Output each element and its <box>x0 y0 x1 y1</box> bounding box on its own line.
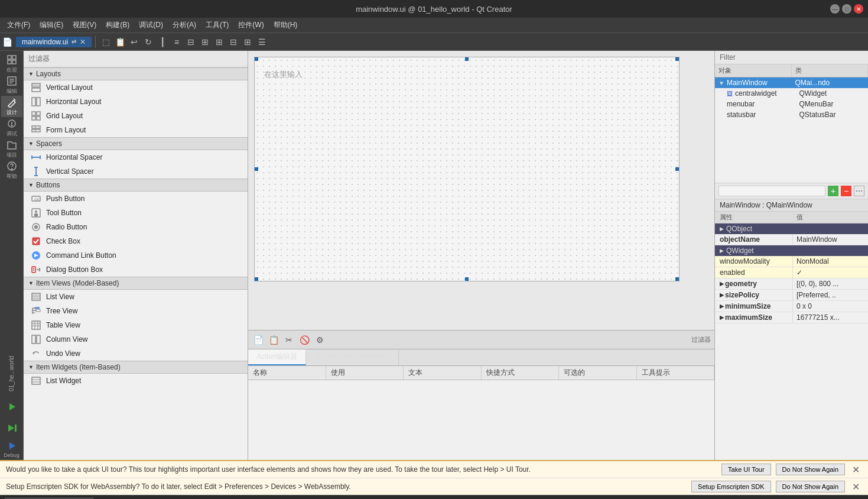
sidebar-welcome[interactable]: 欢迎 <box>1 53 22 74</box>
handle-tr[interactable] <box>675 57 679 61</box>
sidebar-help[interactable]: 帮助 <box>1 160 22 181</box>
handle-tm[interactable] <box>465 57 469 61</box>
widget-dialog-button-box[interactable]: Dialog Button Box <box>24 263 248 277</box>
widget-vertical-layout[interactable]: Vertical Layout <box>24 80 248 95</box>
widget-push-button[interactable]: OK Push Button <box>24 192 248 206</box>
canvas-inner[interactable]: 在这里输入 <box>254 57 680 281</box>
menu-view[interactable]: 视图(V) <box>68 19 101 31</box>
obj-row-statusbar[interactable]: statusbar QStatusBar <box>715 109 868 120</box>
notif-tour-close-btn[interactable]: ✕ <box>850 464 862 475</box>
obj-row-centralwidget[interactable]: 🖼 centralwidget QWidget <box>715 88 868 99</box>
action-delete-btn[interactable]: 🚫 <box>298 333 311 346</box>
tree-view-icon <box>31 306 41 316</box>
handle-mr[interactable] <box>675 167 679 171</box>
minimize-button[interactable]: — <box>830 4 840 14</box>
widget-list-widget[interactable]: List Widget <box>24 374 248 388</box>
menu-debug[interactable]: 调试(D) <box>134 19 168 31</box>
category-spacers[interactable]: Spacers <box>24 137 248 150</box>
tb-paste-btn[interactable]: 📋 <box>113 35 126 48</box>
obj-row-menubar[interactable]: menubar QMenuBar <box>715 99 868 109</box>
prop-row-sizepolicy[interactable]: ▶ sizePolicy [Preferred, .. <box>715 290 868 301</box>
category-item-widgets[interactable]: Item Widgets (Item-Based) <box>24 361 248 374</box>
action-settings-btn[interactable]: ⚙ <box>313 333 326 346</box>
notif-tour-dont-show-btn[interactable]: Do Not Show Again <box>776 464 845 475</box>
menu-analyze[interactable]: 分析(A) <box>168 19 201 31</box>
tb-sep1[interactable]: ┃ <box>156 35 169 48</box>
sidebar-edit[interactable]: 编辑 <box>1 74 22 96</box>
notif-sdk-close-btn[interactable]: ✕ <box>850 481 862 492</box>
handle-bm[interactable] <box>465 277 469 281</box>
tb-undo-btn[interactable]: ↩ <box>128 35 141 48</box>
prop-row-objectname[interactable]: objectName MainWindow <box>715 234 868 245</box>
project-label[interactable]: 01_he...world <box>7 354 16 394</box>
widget-vertical-spacer[interactable]: Vertical Spacer <box>24 164 248 179</box>
notif-sdk-setup-btn[interactable]: Setup Emscripten SDK <box>691 481 771 492</box>
status-bar: | 1 问题 2 搜索结果 3 应用程序输出 4 编译输出 5 QML Debu… <box>0 495 868 499</box>
handle-ml[interactable] <box>255 167 258 171</box>
widget-tool-button[interactable]: Tool Button <box>24 206 248 220</box>
widget-horizontal-layout[interactable]: Horizontal Layout <box>24 95 248 109</box>
tb-form[interactable]: ☰ <box>255 35 268 48</box>
tb-align-right[interactable]: ⊞ <box>199 35 212 48</box>
sidebar-project[interactable]: 项目 <box>1 138 22 160</box>
action-paste-btn[interactable]: ✂ <box>282 333 295 346</box>
sidebar-debug[interactable]: 调试 <box>1 117 22 138</box>
property-more-button[interactable]: ⋯ <box>854 186 864 196</box>
category-buttons[interactable]: Buttons <box>24 179 248 192</box>
handle-bl[interactable] <box>255 277 258 281</box>
design-canvas[interactable]: 在这里输入 <box>248 51 714 330</box>
widget-tree-view[interactable]: Tree View <box>24 304 248 318</box>
menu-help[interactable]: 帮助(H) <box>269 19 303 31</box>
category-item-views[interactable]: Item Views (Model-Based) <box>24 277 248 290</box>
sidebar-build-run[interactable] <box>1 417 22 439</box>
widget-grid-layout[interactable]: Grid Layout <box>24 109 248 123</box>
handle-tl[interactable] <box>255 57 258 61</box>
tb-layout[interactable]: ⊞ <box>213 35 226 48</box>
widget-table-view[interactable]: Table View <box>24 318 248 332</box>
file-tab[interactable]: mainwindow.ui ⇄ ✕ <box>16 37 92 47</box>
design-area-wrap: 在这里输入 📄 📋 ✂ 🚫 ⚙ 过滤器 <box>248 51 714 460</box>
widget-list-view[interactable]: List View <box>24 290 248 304</box>
close-button[interactable]: ✕ <box>854 4 863 14</box>
tb-align-left[interactable]: ≡ <box>170 35 183 48</box>
widget-form-layout[interactable]: Form Layout <box>24 123 248 137</box>
widget-check-box[interactable]: Check Box <box>24 234 248 248</box>
widget-undo-view[interactable]: Undo View <box>24 346 248 361</box>
property-add-button[interactable]: + <box>828 186 838 196</box>
menu-edit[interactable]: 编辑(E) <box>35 19 68 31</box>
sidebar-run[interactable] <box>1 396 22 417</box>
prop-row-minimumsize[interactable]: ▶ minimumSize 0 x 0 <box>715 301 868 312</box>
menu-tools[interactable]: 工具(T) <box>201 19 233 31</box>
tb-redo-btn[interactable]: ↻ <box>142 35 155 48</box>
widget-horizontal-spacer[interactable]: Horizontal Spacer <box>24 150 248 164</box>
prop-row-enabled[interactable]: enabled ✓ <box>715 267 868 278</box>
obj-row-mainwindow[interactable]: ▼ MainWindow QMai...ndo <box>715 77 868 88</box>
tb-grid[interactable]: ⊟ <box>227 35 240 48</box>
tb-align-center[interactable]: ⊟ <box>184 35 197 48</box>
sidebar-design[interactable]: 设计 <box>1 96 22 117</box>
tb-copy-btn[interactable]: ⬚ <box>99 35 112 48</box>
tb-table[interactable]: ⊞ <box>241 35 254 48</box>
prop-row-maximumsize[interactable]: ▶ maximumSize 16777215 x... <box>715 312 868 323</box>
sidebar-debug-run[interactable]: Debug <box>1 439 22 460</box>
widget-column-view[interactable]: Column View <box>24 332 248 346</box>
property-filter-input[interactable] <box>719 186 825 196</box>
prop-row-geometry[interactable]: ▶ geometry [(0, 0), 800 ... <box>715 278 868 290</box>
category-layouts[interactable]: Layouts <box>24 67 248 80</box>
tab-action-editor[interactable]: Action编辑器 <box>248 349 306 365</box>
menu-widgets[interactable]: 控件(W) <box>233 19 268 31</box>
notif-tour-take-btn[interactable]: Take UI Tour <box>721 464 771 475</box>
file-tab-close[interactable]: ✕ <box>80 38 86 46</box>
notif-sdk-dont-show-btn[interactable]: Do Not Show Again <box>776 481 845 492</box>
menu-build[interactable]: 构建(B) <box>101 19 134 31</box>
maximize-button[interactable]: □ <box>842 4 851 14</box>
action-new-btn[interactable]: 📄 <box>252 333 265 346</box>
widget-command-link-button[interactable]: Command Link Button <box>24 248 248 263</box>
prop-row-windowmodality[interactable]: windowModality NonModal <box>715 256 868 267</box>
tab-signals-slots[interactable]: Signals and Slots Editor <box>306 349 398 365</box>
action-copy-btn[interactable]: 📋 <box>267 333 280 346</box>
property-remove-button[interactable]: − <box>841 186 851 196</box>
handle-br[interactable] <box>675 277 679 281</box>
widget-radio-button[interactable]: Radio Button <box>24 220 248 234</box>
menu-file[interactable]: 文件(F) <box>2 19 35 31</box>
